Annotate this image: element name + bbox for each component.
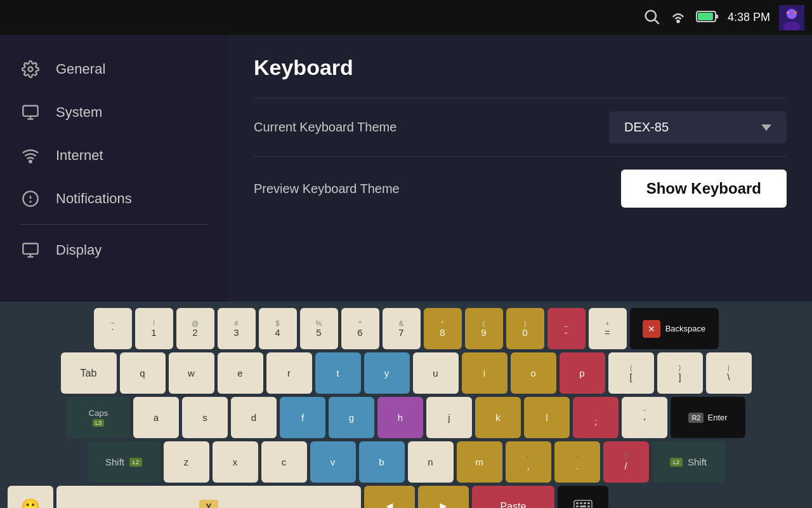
svg-rect-29 [587, 505, 590, 507]
key-j[interactable]: j [426, 397, 472, 438]
key-7[interactable]: &7 [383, 308, 421, 349]
key-o[interactable]: o [511, 352, 556, 394]
key-period[interactable]: >. [554, 441, 600, 483]
svg-rect-28 [580, 505, 586, 507]
preview-label: Preview Keyboard Theme [254, 182, 400, 196]
key-1[interactable]: !1 [135, 308, 173, 349]
key-i[interactable]: i [462, 352, 508, 394]
key-tilde[interactable]: ~` [94, 308, 132, 349]
user-avatar[interactable] [779, 5, 804, 30]
sidebar-item-internet[interactable]: Internet [0, 134, 228, 177]
key-a[interactable]: a [133, 397, 179, 438]
sidebar-item-system[interactable]: System [0, 91, 228, 134]
clock: 4:38 PM [728, 11, 770, 24]
key-rbracket[interactable]: }] [657, 352, 703, 394]
keyboard-row-1: ~` !1 @2 #3 $4 %5 ^6 &7 *8 (9 )0 [5, 308, 807, 349]
svg-point-0 [646, 10, 656, 20]
keyboard-row-3: Caps L3 a s d f g h j k l :; "' R2 Enter [5, 397, 807, 438]
key-backspace[interactable]: ✕ Backspace [630, 308, 719, 349]
key-l[interactable]: l [524, 397, 570, 438]
key-4[interactable]: $4 [259, 308, 297, 349]
key-lbracket[interactable]: {[ [608, 352, 654, 394]
key-m[interactable]: m [457, 441, 502, 483]
key-f[interactable]: f [280, 397, 325, 438]
key-y[interactable]: y [364, 352, 410, 394]
svg-rect-27 [576, 505, 579, 507]
key-g[interactable]: g [329, 397, 374, 438]
key-e[interactable]: e [218, 352, 263, 394]
key-caps[interactable]: Caps L3 [67, 397, 130, 438]
key-t[interactable]: t [315, 352, 361, 394]
key-right[interactable]: ► [418, 486, 469, 508]
key-w[interactable]: w [169, 352, 214, 394]
key-u[interactable]: u [413, 352, 459, 394]
key-b[interactable]: b [359, 441, 405, 483]
key-tab[interactable]: Tab [61, 352, 117, 394]
key-6[interactable]: ^6 [341, 308, 379, 349]
theme-dropdown[interactable]: DEX-85 [609, 111, 787, 144]
key-enter[interactable]: R2 Enter [671, 397, 745, 438]
key-8[interactable]: *8 [424, 308, 462, 349]
key-space[interactable]: Y [56, 486, 361, 508]
key-keyboard-icon[interactable] [558, 486, 608, 508]
key-5[interactable]: %5 [300, 308, 338, 349]
display-icon [20, 102, 41, 123]
key-x[interactable]: x [213, 441, 258, 483]
key-d[interactable]: d [231, 397, 277, 438]
keyboard-row-4: Shift L2 z x c v b n m <, >. ?/ L2 Shift [5, 441, 807, 483]
key-z[interactable]: z [164, 441, 209, 483]
sidebar-divider [20, 224, 208, 225]
svg-line-1 [655, 20, 658, 23]
svg-point-10 [794, 11, 797, 14]
key-k[interactable]: k [475, 397, 521, 438]
sidebar-item-notifications[interactable]: Notifications [0, 177, 228, 220]
sidebar-label-notifications: Notifications [56, 190, 132, 207]
page-title: Keyboard [254, 55, 787, 80]
key-quote[interactable]: "' [622, 397, 667, 438]
key-left[interactable]: ◄ [364, 486, 415, 508]
key-c[interactable]: c [261, 441, 307, 483]
svg-rect-26 [587, 502, 590, 504]
key-shift-left[interactable]: Shift L2 [88, 441, 160, 483]
key-slash[interactable]: ?/ [603, 441, 649, 483]
key-equals[interactable]: += [589, 308, 627, 349]
key-p[interactable]: p [560, 352, 605, 394]
key-s[interactable]: s [182, 397, 228, 438]
key-2[interactable]: @2 [176, 308, 214, 349]
sidebar-item-display[interactable]: Display [0, 229, 228, 272]
svg-rect-5 [698, 13, 713, 20]
chevron-down-icon [761, 124, 771, 131]
key-0[interactable]: )0 [506, 308, 544, 349]
key-shift-right[interactable]: L2 Shift [652, 441, 725, 483]
key-q[interactable]: q [120, 352, 166, 394]
key-h[interactable]: h [377, 397, 423, 438]
sidebar-label-general: General [56, 61, 105, 77]
key-r[interactable]: r [266, 352, 312, 394]
keyboard-row-2: Tab q w e r t y u i o p {[ }] |\ [5, 352, 807, 394]
key-3[interactable]: #3 [218, 308, 256, 349]
key-semicolon[interactable]: :; [573, 397, 619, 438]
key-n[interactable]: n [408, 441, 454, 483]
key-comma[interactable]: <, [506, 441, 551, 483]
sidebar: General System Internet [0, 35, 228, 302]
sidebar-item-general[interactable]: General [0, 48, 228, 91]
key-minus[interactable]: _- [547, 308, 586, 349]
key-paste[interactable]: Paste [472, 486, 554, 508]
gear-icon [20, 59, 41, 79]
key-emoji[interactable]: 🙂 [8, 486, 53, 508]
sidebar-label-display: Display [56, 242, 102, 258]
svg-rect-24 [580, 502, 582, 504]
theme-label: Current Keyboard Theme [254, 120, 396, 135]
theme-setting-row: Current Keyboard Theme DEX-85 [254, 98, 787, 156]
svg-rect-19 [23, 244, 37, 254]
key-backslash[interactable]: |\ [706, 352, 752, 394]
key-9[interactable]: (9 [465, 308, 503, 349]
show-keyboard-button[interactable]: Show Keyboard [621, 170, 787, 208]
svg-point-18 [30, 201, 30, 202]
topbar-icons: 4:38 PM [643, 5, 804, 30]
battery-icon [696, 10, 719, 26]
preview-setting-row: Preview Keyboard Theme Show Keyboard [254, 156, 787, 220]
key-v[interactable]: v [310, 441, 356, 483]
svg-rect-4 [716, 15, 718, 18]
search-icon[interactable] [643, 8, 660, 28]
